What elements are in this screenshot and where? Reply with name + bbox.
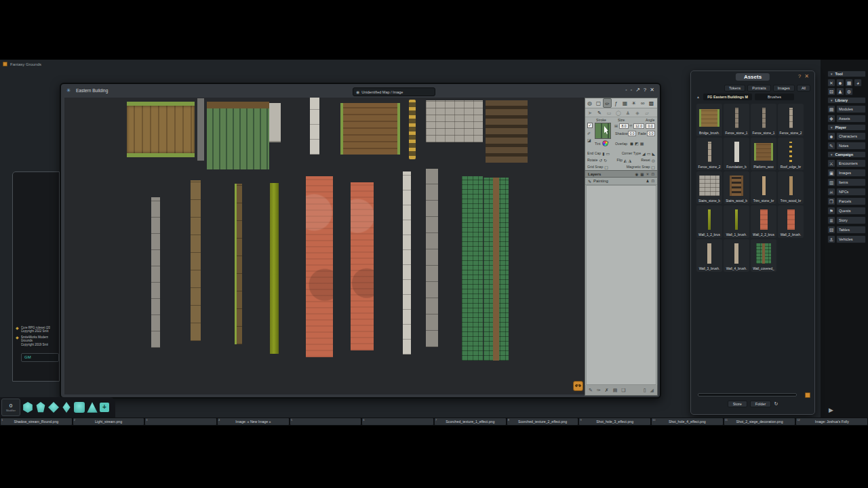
chat-bubble-icon[interactable]: ▪ — [625, 86, 627, 94]
asset-item[interactable]: Stairs_wood_b — [724, 171, 749, 204]
texture-strip[interactable] — [486, 100, 528, 163]
link-size-icon[interactable]: ∞ — [629, 123, 632, 127]
trash-icon[interactable]: ▯ — [644, 388, 646, 393]
close-icon[interactable]: ✕ — [804, 73, 809, 79]
asset-item[interactable]: Fence_stone_2 — [696, 138, 722, 170]
tab-portraits[interactable]: Portraits — [747, 85, 770, 92]
lighting-tool[interactable]: ☀ — [629, 98, 638, 108]
sidebar-section-library[interactable]: ▼ Library — [827, 97, 866, 104]
player-visibility-icon[interactable]: ♟ — [646, 179, 649, 183]
layer-row-painting[interactable]: ✎ Painting ♟ ⊡ — [585, 178, 657, 185]
rotate-cw-icon[interactable]: ↻ — [604, 158, 607, 163]
texture-strip[interactable] — [191, 180, 201, 341]
sidebar-expand-arrow[interactable]: ▶ — [829, 407, 833, 413]
sidebar-item-assets[interactable]: ❖ Assets — [827, 115, 866, 123]
visibility-icon[interactable]: ◉ — [635, 172, 638, 176]
asset-item[interactable]: Wall_2_brush. — [778, 205, 804, 238]
sidebar-section-player[interactable]: ▼ Player — [827, 124, 866, 131]
asset-item[interactable]: Fence_stone_2 — [778, 104, 804, 136]
texture-strip[interactable] — [207, 102, 269, 169]
stamp-tool[interactable]: ◈ — [633, 108, 642, 117]
rotate-ccw-icon[interactable]: ↺ — [599, 158, 602, 163]
asset-item[interactable]: Wall_1_2_brus — [696, 205, 722, 238]
folder-icon[interactable]: ▤ — [613, 388, 618, 393]
reset-icon[interactable]: ◎ — [652, 158, 655, 163]
taskbar-slot[interactable]: 10 Shot_hole_4_effect.png — [652, 418, 723, 425]
texture-strip[interactable] — [403, 171, 411, 354]
sphere-layer-tool[interactable]: ◍ — [585, 98, 594, 108]
d8-die[interactable] — [61, 402, 72, 413]
sidebar-item-modules[interactable]: ▤ Modules — [827, 105, 866, 113]
taskbar-slot[interactable]: 12 Image: Joshua's Folly — [796, 418, 867, 425]
layer-lock-icon[interactable]: ⊡ — [651, 179, 654, 183]
taskbar-slot[interactable]: 11 Shot_2_siege_decoration.png — [724, 418, 795, 425]
texture-strip[interactable] — [426, 169, 438, 347]
size-height-field[interactable]: 12.0 — [633, 123, 644, 129]
corner-miter-icon[interactable]: ◢ — [642, 151, 646, 156]
asset-item[interactable]: Stairs_stone_b — [696, 171, 722, 204]
effects-tool[interactable]: ƒ — [612, 98, 620, 108]
taskbar-slot[interactable]: 6 — [362, 418, 433, 425]
overlap-solid-icon[interactable]: ◼ — [630, 141, 633, 146]
d12-die[interactable] — [35, 402, 46, 413]
popout-icon[interactable]: ↗ — [635, 86, 640, 94]
asset-item[interactable]: Trim_stone_br — [751, 171, 776, 204]
map-titlebar[interactable]: ✳ Eastern Building ◉ Unidentified Map / … — [61, 84, 660, 98]
asset-item[interactable]: Wall_4_brush. — [724, 239, 749, 272]
store-button[interactable]: Store — [728, 401, 747, 407]
magnetic-snap-toggle[interactable]: ▢ — [651, 165, 655, 169]
asset-item[interactable]: Bridge_brush. — [696, 104, 722, 136]
end-cap-round-icon[interactable]: ▮ — [602, 151, 604, 156]
texture-strip[interactable] — [484, 178, 509, 361]
tool-options-icon[interactable]: ⚙ — [845, 87, 853, 96]
taskbar-slot[interactable]: 2 Light_stream.png — [73, 418, 144, 425]
eraser-tool[interactable]: ▱ — [642, 108, 652, 117]
asset-item[interactable]: Roof_edge_br — [778, 138, 804, 170]
tool-close-all-icon[interactable]: ✕ — [827, 79, 835, 87]
shape-layer-tool[interactable]: ▢ — [594, 98, 603, 108]
paint-brush-tool[interactable]: ✏ — [603, 98, 612, 108]
texture-strip[interactable] — [306, 176, 333, 357]
sidebar-item-notes[interactable]: ✎ Notes — [827, 142, 866, 150]
asset-item[interactable]: Fence_stone_1 — [724, 104, 749, 136]
taskbar-slot[interactable]: 1 Shadow_stream_Round.png — [1, 418, 72, 425]
texture-strip[interactable] — [351, 182, 374, 350]
taskbar-slot[interactable]: 9 Shot_hole_3_effect.png — [579, 418, 650, 425]
collapse-icon[interactable]: ▲ — [696, 95, 700, 99]
select-tool[interactable]: ▦ — [620, 98, 629, 108]
texture-strip[interactable] — [340, 103, 400, 155]
tool-effects-icon[interactable]: ◕ — [854, 79, 862, 87]
overlap-pattern-icon[interactable]: ▦ — [640, 141, 644, 146]
texture-strip[interactable] — [235, 184, 242, 344]
texture-strip[interactable] — [127, 102, 195, 157]
corner-flat-icon[interactable]: ▭ — [647, 151, 651, 156]
asset-item[interactable]: Trim_wood_br — [778, 171, 804, 204]
modifier-box[interactable]: 0 Modifier — [1, 399, 20, 416]
asset-item[interactable]: Foundation_b — [724, 138, 749, 170]
chat-window[interactable]: ◆ Core RPG ruleset (20 Copyright 2022 Sm… — [12, 171, 60, 382]
refresh-assets-icon[interactable]: ↻ — [774, 401, 778, 407]
sidebar-item-images[interactable]: ▣ Images — [827, 169, 866, 177]
sidebar-item-characters[interactable]: ☻ Characters — [827, 132, 866, 140]
end-cap-flat-icon[interactable]: ▭ — [606, 151, 610, 156]
sidebar-item-npcs[interactable]: ☠ NPCs — [827, 188, 866, 196]
add-die-button[interactable]: + — [100, 403, 109, 412]
grid-icon[interactable]: ▦ — [640, 172, 644, 176]
sidebar-item-items[interactable]: ▥ Items — [827, 178, 866, 186]
rectangle-tool[interactable]: ▭ — [604, 108, 614, 117]
light-icon[interactable]: ☀ — [646, 172, 649, 176]
brushes-filter-button[interactable]: Brushes — [755, 94, 794, 100]
taskbar-slot[interactable]: 5 — [290, 418, 361, 425]
close-icon[interactable]: ✕ — [650, 86, 654, 94]
token-tool[interactable]: ♟ — [623, 108, 633, 117]
duplicate-icon[interactable]: ❏ — [621, 388, 625, 393]
taskbar-slot[interactable]: 3 — [145, 418, 216, 425]
texture-strip[interactable] — [270, 183, 279, 354]
lock-icon[interactable]: ▪ — [631, 86, 632, 94]
pointer-remove-icon[interactable]: ✗ — [605, 388, 609, 393]
texture-strip[interactable] — [310, 98, 319, 155]
tab-tokens[interactable]: Tokens — [724, 85, 745, 92]
d20-die[interactable] — [22, 402, 33, 413]
texture-strip[interactable] — [462, 176, 483, 361]
flip-vertical-icon[interactable]: ◮ — [628, 158, 631, 163]
